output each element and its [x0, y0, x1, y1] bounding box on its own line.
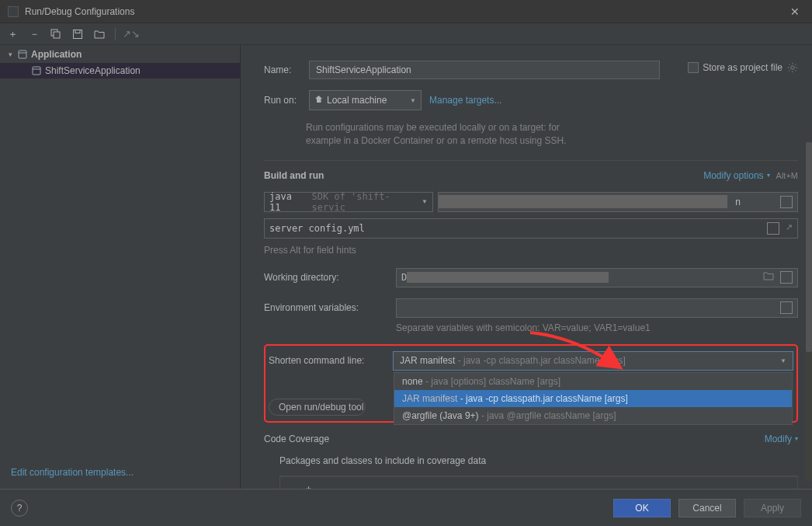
folder-icon[interactable] — [763, 271, 774, 284]
config-toolbar: ＋ － ↗↘ — [0, 23, 812, 45]
shortcut-label: Alt+M — [776, 171, 798, 180]
coverage-modify-link[interactable]: Modify ▾ — [765, 434, 798, 444]
svg-line-15 — [795, 64, 796, 65]
expand-icon[interactable]: ↗ — [786, 222, 793, 235]
svg-rect-1 — [54, 32, 60, 38]
folder-icon[interactable] — [93, 28, 106, 40]
dialog-root: Run/Debug Configurations ✕ ＋ － ↗↘ ▾ Appl… — [0, 0, 812, 526]
name-field[interactable] — [309, 61, 660, 79]
application-icon — [31, 65, 42, 76]
dialog-footer: ? OK Cancel Apply — [0, 489, 812, 526]
main-class-field[interactable]: n — [438, 192, 798, 212]
svg-line-13 — [789, 64, 790, 65]
run-on-help-text: Run configurations may be executed local… — [306, 121, 570, 148]
apply-button[interactable]: Apply — [744, 499, 801, 517]
chevron-down-icon[interactable]: ▾ — [6, 51, 14, 58]
tree-root-label: Application — [31, 49, 82, 60]
open-tool-pill[interactable]: Open run/debug tool w — [269, 399, 366, 416]
svg-line-14 — [795, 70, 796, 71]
help-icon[interactable]: ? — [11, 500, 28, 517]
dialog-title: Run/Debug Configurations — [25, 6, 134, 17]
scrollbar[interactable] — [806, 142, 812, 481]
toolbar-separator — [115, 28, 116, 40]
svg-rect-2 — [74, 30, 82, 38]
gear-icon[interactable] — [787, 62, 798, 73]
field-hints-label: Press Alt for field hints — [264, 245, 798, 256]
redacted-content — [439, 195, 727, 208]
env-vars-field[interactable] — [396, 298, 798, 318]
run-on-value: Local machine — [327, 95, 387, 106]
save-icon[interactable] — [71, 28, 84, 40]
svg-rect-4 — [19, 51, 26, 58]
chevron-down-icon: ▼ — [422, 198, 428, 205]
remove-icon[interactable]: － — [28, 28, 40, 40]
expand-icon[interactable]: ↗↘ — [125, 28, 137, 40]
dropdown-option-jar-manifest[interactable]: JAR manifest - java -cp classpath.jar cl… — [394, 390, 792, 407]
code-coverage-title: Code Coverage — [264, 434, 329, 444]
chevron-down-icon: ▼ — [410, 97, 416, 104]
tree-item-label: ShiftServiceApplication — [45, 65, 141, 76]
name-label: Name: — [264, 64, 301, 75]
svg-rect-3 — [75, 30, 80, 33]
manage-targets-link[interactable]: Manage targets... — [429, 95, 501, 106]
chevron-down-icon: ▾ — [795, 435, 798, 442]
build-run-title: Build and run — [264, 170, 324, 181]
tree-root-application[interactable]: ▾ Application — [0, 47, 240, 62]
highlighted-section: Shorten command line: JAR manifest - jav… — [264, 344, 798, 423]
insert-icon[interactable] — [767, 222, 779, 235]
shorten-cmd-dropdown: none - java [options] className [args] J… — [394, 372, 793, 425]
chevron-down-icon: ▾ — [767, 172, 770, 179]
tree-item[interactable]: ShiftServiceApplication — [0, 63, 240, 78]
add-icon[interactable]: ＋ — [6, 28, 19, 40]
titlebar: Run/Debug Configurations ✕ — [0, 0, 812, 23]
shorten-cmd-select[interactable]: JAR manifest - java -cp classpath.jar cl… — [393, 351, 793, 371]
run-on-label: Run on: — [264, 95, 301, 106]
svg-point-8 — [791, 66, 794, 69]
close-icon[interactable]: ✕ — [786, 4, 804, 19]
modify-options-link[interactable]: Modify options ▾ — [703, 170, 769, 181]
ok-button[interactable]: OK — [613, 499, 671, 517]
config-tree: ▾ Application ShiftServiceApplication Ed… — [0, 45, 241, 489]
dropdown-option-argfile[interactable]: @argfile (Java 9+) - java @argfile class… — [394, 407, 792, 424]
coverage-subtitle: Packages and classes to include in cover… — [264, 455, 798, 466]
svg-rect-6 — [33, 67, 40, 75]
program-args-field[interactable]: server config.yml ↗ — [264, 218, 798, 239]
cancel-button[interactable]: Cancel — [678, 499, 736, 517]
svg-line-16 — [789, 70, 790, 71]
working-dir-label: Working directory: — [264, 272, 388, 283]
run-on-select[interactable]: Local machine ▼ — [309, 90, 422, 110]
copy-icon[interactable] — [50, 28, 62, 40]
app-icon — [8, 6, 19, 17]
env-vars-label: Environment variables: — [264, 302, 388, 313]
store-as-project-checkbox[interactable]: Store as project file — [688, 62, 783, 73]
add-icon[interactable]: ＋ — [304, 482, 314, 489]
insert-icon[interactable] — [780, 271, 793, 284]
application-icon — [17, 49, 28, 60]
working-dir-field[interactable]: D — [396, 268, 798, 287]
content-panel: Store as project file Name: Run on: — [241, 45, 812, 489]
env-vars-hint: Separate variables with semicolon: VAR=v… — [396, 322, 798, 333]
edit-templates-link[interactable]: Edit configuration templates... — [11, 467, 134, 478]
scrollbar-thumb[interactable] — [806, 142, 812, 352]
browse-icon[interactable] — [780, 301, 793, 314]
home-icon — [314, 95, 323, 106]
chevron-down-icon: ▼ — [780, 357, 786, 364]
dropdown-option-none[interactable]: none - java [options] className [args] — [394, 373, 792, 390]
jdk-select[interactable]: java 11 SDK of 'shift-servic ▼ — [264, 192, 433, 212]
coverage-toolbar: − ＋ — [280, 476, 797, 489]
store-as-project-label: Store as project file — [703, 62, 783, 73]
checkbox-icon — [688, 62, 699, 73]
shorten-cmd-label: Shorten command line: — [269, 355, 385, 366]
remove-icon[interactable]: − — [291, 482, 297, 489]
browse-icon[interactable] — [780, 196, 793, 208]
